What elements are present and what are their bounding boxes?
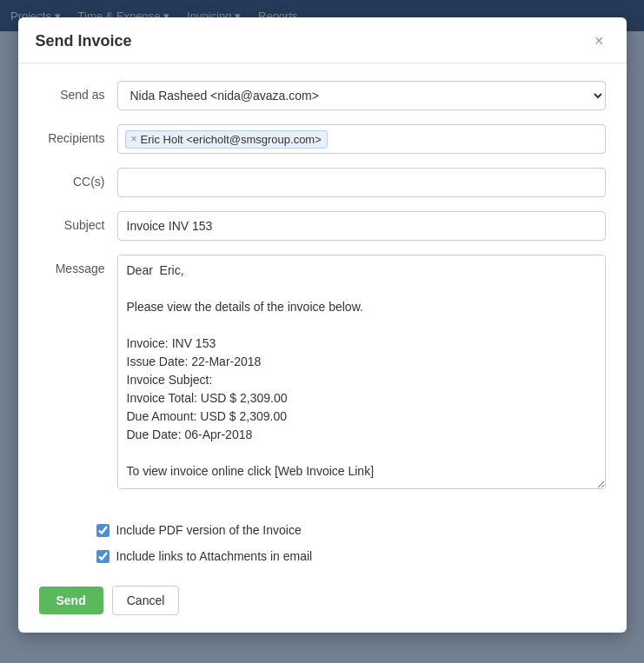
recipients-wrap: × Eric Holt <ericholt@smsgroup.com> bbox=[117, 124, 606, 154]
cc-label: CC(s) bbox=[39, 168, 117, 189]
pdf-checkbox[interactable] bbox=[96, 524, 110, 537]
pdf-checkbox-row: Include PDF version of the Invoice bbox=[18, 523, 627, 537]
modal-close-button[interactable]: × bbox=[589, 31, 609, 50]
recipients-label: Recipients bbox=[39, 124, 117, 145]
message-row: Message bbox=[39, 255, 606, 492]
recipient-remove-icon[interactable]: × bbox=[131, 133, 137, 145]
recipient-tag: × Eric Holt <ericholt@smsgroup.com> bbox=[125, 130, 328, 149]
modal-footer: Send Cancel bbox=[18, 575, 627, 633]
message-textarea[interactable] bbox=[117, 255, 606, 489]
cc-wrap bbox=[117, 168, 606, 197]
message-label: Message bbox=[39, 255, 117, 275]
subject-label: Subject bbox=[39, 211, 117, 232]
modal-body: Send as Nida Rasheed <nida@avaza.com> Re… bbox=[18, 63, 627, 523]
modal-title: Send Invoice bbox=[36, 32, 132, 50]
send-as-select[interactable]: Nida Rasheed <nida@avaza.com> bbox=[117, 81, 606, 110]
subject-wrap bbox=[117, 211, 606, 241]
recipients-row: Recipients × Eric Holt <ericholt@smsgrou… bbox=[39, 124, 606, 154]
recipient-value: Eric Holt <ericholt@smsgroup.com> bbox=[141, 133, 322, 146]
message-wrap bbox=[117, 255, 606, 492]
cc-input[interactable] bbox=[117, 168, 606, 197]
attachments-checkbox-label: Include links to Attachments in email bbox=[116, 549, 313, 563]
subject-input[interactable] bbox=[117, 211, 606, 241]
send-invoice-modal: Send Invoice × Send as Nida Rasheed <nid… bbox=[18, 17, 627, 633]
attachments-checkbox[interactable] bbox=[96, 550, 110, 563]
send-as-label: Send as bbox=[39, 81, 117, 102]
send-as-wrap: Nida Rasheed <nida@avaza.com> bbox=[117, 81, 606, 110]
cancel-button[interactable]: Cancel bbox=[112, 586, 180, 615]
pdf-checkbox-label: Include PDF version of the Invoice bbox=[116, 523, 302, 537]
subject-row: Subject bbox=[39, 211, 606, 241]
send-button[interactable]: Send bbox=[39, 587, 103, 614]
attachments-checkbox-row: Include links to Attachments in email bbox=[18, 549, 627, 563]
modal-header: Send Invoice × bbox=[18, 17, 627, 63]
send-as-row: Send as Nida Rasheed <nida@avaza.com> bbox=[39, 81, 606, 110]
recipients-box[interactable]: × Eric Holt <ericholt@smsgroup.com> bbox=[117, 124, 606, 154]
modal-overlay: Send Invoice × Send as Nida Rasheed <nid… bbox=[0, 0, 644, 663]
cc-row: CC(s) bbox=[39, 168, 606, 197]
